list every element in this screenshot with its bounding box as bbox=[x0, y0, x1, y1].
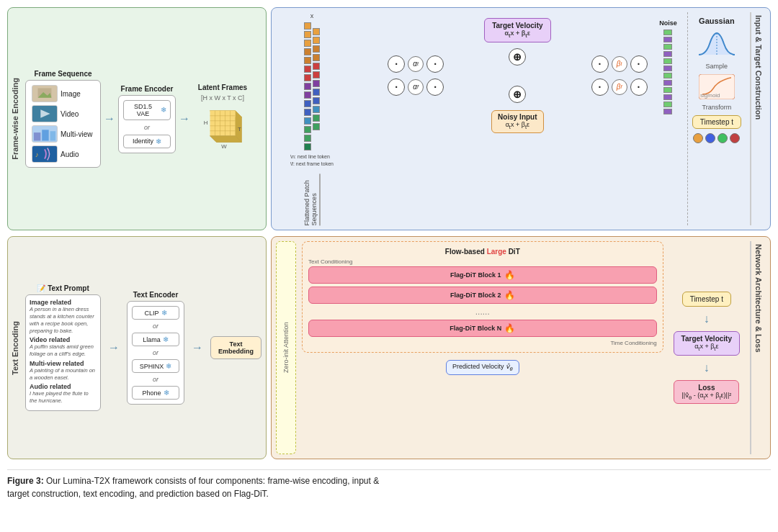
svg-rect-6 bbox=[34, 132, 40, 140]
prompt-audio-category: Audio related bbox=[30, 383, 97, 390]
frame-item-multiview: Multi-view bbox=[32, 125, 94, 143]
circle-orange bbox=[693, 133, 703, 143]
dot-op-3: · bbox=[388, 78, 405, 96]
text-embed-section: Text Embedding bbox=[210, 336, 261, 359]
prompt-audio-text: I have played the flute to the hurricane… bbox=[30, 390, 97, 405]
network-inner: Zero-init Attention Flow-based Large DiT… bbox=[276, 241, 766, 454]
frame-sequence-box: Image Video Multi-view bbox=[25, 80, 101, 168]
network-arch-label: Network Architecture & Loss bbox=[750, 241, 766, 454]
text-enc-or-3: or bbox=[132, 376, 179, 383]
dot-op-4: · bbox=[426, 78, 444, 96]
text-encoder-box: CLIP ❄ or Llama ❄ or SPHINX ❄ bbox=[127, 301, 184, 405]
phone-option: Phone ❄ bbox=[132, 386, 179, 400]
phone-snowflake-icon: ❄ bbox=[164, 389, 169, 397]
next-line-token-label: \n: next line token bbox=[290, 153, 334, 161]
patch-stack bbox=[304, 22, 320, 150]
clip-snowflake-icon: ❄ bbox=[161, 309, 167, 317]
dit-block-2-label: Flag-DiT Block 2 bbox=[450, 292, 501, 299]
noise-bar-10 bbox=[663, 94, 672, 100]
predicted-box: Predicted Velocity v̂θ bbox=[446, 360, 519, 375]
zero-init-box: Zero-init Attention bbox=[276, 241, 296, 454]
alpha-t-row: · αt · bbox=[388, 55, 444, 73]
target-velocity-label-2: Target Velocity bbox=[681, 335, 732, 343]
text-prompt-section: 📝 Text Prompt Image related A person in … bbox=[25, 284, 101, 411]
prompt-video-category: Video related bbox=[30, 336, 97, 343]
dots-row: ...... bbox=[308, 307, 657, 317]
latent-dim-label: [H x W x T x C] bbox=[201, 94, 244, 102]
text-enc-or-2: or bbox=[132, 349, 179, 356]
alpha-f-circle: αf bbox=[408, 79, 424, 95]
sigmoid-icon: sigmoid bbox=[699, 74, 735, 99]
dot-op-2: · bbox=[426, 55, 444, 73]
timestep-label-2: Timestep t bbox=[690, 295, 723, 303]
prompt-image: Image related A person in a linen dress … bbox=[30, 299, 97, 334]
circles-row bbox=[693, 133, 740, 143]
flattened-patches-label: Flattened Patch Sequences bbox=[303, 173, 321, 225]
dit-block-n-label: Flag-DiT Block N bbox=[450, 325, 501, 332]
prompt-multiview: Multi-view related A painting of a mount… bbox=[30, 360, 97, 382]
main-container: Frame-wise Encoding Frame Sequence Image bbox=[7, 7, 771, 500]
latent-frames-title: Latent Frames bbox=[198, 84, 247, 91]
svg-text:H: H bbox=[204, 120, 208, 126]
text-prompt-title: 📝 Text Prompt bbox=[37, 284, 89, 292]
svg-text:♪: ♪ bbox=[35, 150, 39, 158]
flow-dit-title: Flow-based Large DiT bbox=[308, 248, 657, 256]
sd15-snowflake-icon: ❄ bbox=[161, 106, 166, 114]
phone-label: Phone bbox=[142, 389, 161, 397]
sd15-vae-option: SD1.5 VAE ❄ bbox=[123, 100, 171, 120]
text-enc-or-1: or bbox=[132, 323, 179, 330]
text-encoder-title: Text Encoder bbox=[133, 291, 179, 299]
alpha-t-circle: αt bbox=[408, 56, 424, 72]
beta-t-circle: βt bbox=[612, 56, 627, 72]
latent-block: Latent Frames [H x W x T x C] bbox=[197, 84, 248, 155]
text-embed-label: Text Embedding bbox=[218, 341, 254, 355]
prompt-audio: Audio related I have played the flute to… bbox=[30, 383, 97, 405]
frame-item-video: Video bbox=[32, 105, 94, 122]
svg-rect-8 bbox=[50, 131, 56, 140]
gaussian-title: Gaussian bbox=[699, 17, 735, 25]
plus-op-2: ⊕ bbox=[509, 86, 526, 103]
pencil-icon: 📝 bbox=[37, 284, 45, 292]
text-conditioning-label: Text Conditioning bbox=[308, 258, 657, 265]
sample-label: Sample bbox=[706, 63, 728, 70]
circle-blue bbox=[705, 133, 715, 143]
video-label: Video bbox=[61, 110, 79, 118]
video-thumb bbox=[32, 105, 58, 122]
sd15-vae-label: SD1.5 VAE bbox=[128, 103, 158, 117]
llama-label: Llama bbox=[143, 336, 161, 343]
time-conditioning-label: Time Conditioning bbox=[308, 340, 657, 346]
loss-label: Loss bbox=[681, 384, 731, 392]
arrow-latent: → bbox=[179, 112, 190, 125]
circle-green bbox=[717, 133, 728, 143]
plus-ops: ⊕ ⊕ bbox=[509, 48, 526, 103]
timestep-box: Timestep t bbox=[692, 115, 741, 129]
text-encoding-label: Text Encoding bbox=[9, 318, 21, 378]
flow-diagram: Target Velocity αtx + βtε · αt · bbox=[352, 12, 683, 225]
caption-text-1: Our Lumina-T2X framework consists of fou… bbox=[46, 476, 379, 486]
dit-block-n: Flag-DiT Block N 🔥 bbox=[308, 320, 657, 337]
predicted-label: Predicted Velocity bbox=[452, 363, 506, 370]
gaussian-bell-icon bbox=[695, 30, 738, 58]
target-velocity-box: Target Velocity αtx + βtε bbox=[484, 18, 550, 42]
frame-item-audio: ♪ Audio bbox=[32, 145, 94, 163]
caption-figure: Figure 3: bbox=[7, 476, 46, 486]
llama-option: Llama ❄ bbox=[132, 333, 179, 346]
audio-thumb: ♪ bbox=[32, 145, 58, 163]
prompt-video: Video related A puffin stands amid green… bbox=[30, 336, 97, 358]
sphinx-option: SPHINX ❄ bbox=[132, 359, 179, 373]
clip-label: CLIP bbox=[144, 310, 158, 317]
arrow-frame-encoder: → bbox=[104, 112, 115, 125]
caption: Figure 3: Our Lumina-T2X framework consi… bbox=[7, 469, 771, 500]
top-row: Frame-wise Encoding Frame Sequence Image bbox=[7, 7, 771, 230]
image-label: Image bbox=[61, 90, 81, 98]
noise-bar-7 bbox=[663, 73, 672, 78]
arrow-down-2: ↓ bbox=[704, 361, 710, 374]
enc-or-1: or bbox=[123, 124, 171, 131]
noisy-input-section: Noisy Input αtx + βtε bbox=[355, 110, 680, 133]
text-encoding-inner: 📝 Text Prompt Image related A person in … bbox=[12, 241, 261, 454]
input-target-label: Input & Target Construction bbox=[750, 12, 766, 225]
noise-bar-5 bbox=[663, 58, 672, 64]
sphinx-snowflake-icon: ❄ bbox=[166, 362, 171, 370]
bottom-row: Text Encoding 📝 Text Prompt Image relate… bbox=[7, 236, 771, 459]
flow-ops-row: · αt · · αf · ⊕ bbox=[355, 48, 680, 103]
